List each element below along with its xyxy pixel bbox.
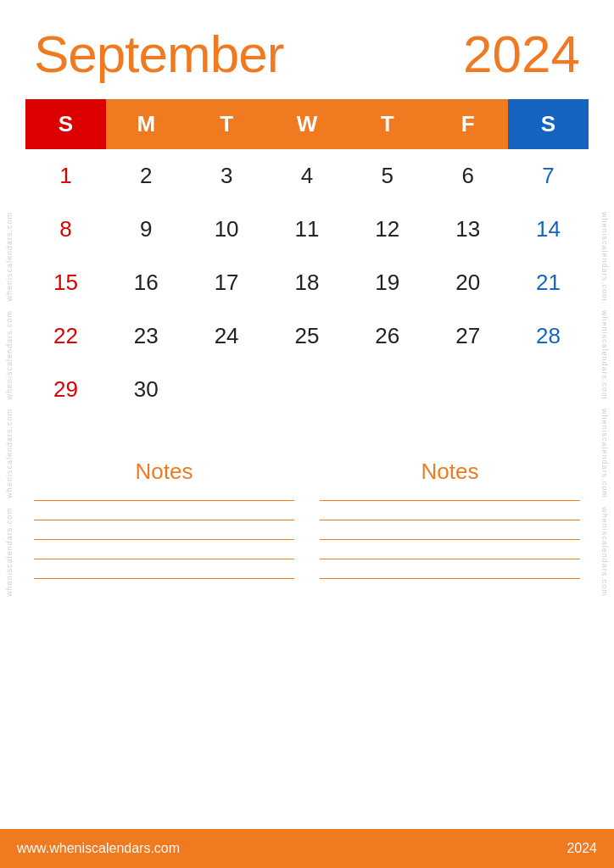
calendar-page: September 2024 wheniscalendars.com wheni… <box>0 0 614 868</box>
date-cell <box>427 363 508 416</box>
date-cell: 4 <box>267 149 348 203</box>
day-headers-row: S M T W T F S <box>25 99 589 149</box>
date-cell: 17 <box>187 256 267 309</box>
date-cell: 24 <box>187 309 267 363</box>
date-cell: 26 <box>347 309 427 363</box>
footer-website: www.wheniscalendars.com <box>17 841 180 856</box>
header: September 2024 <box>0 0 614 99</box>
notes-line-left-2 <box>34 520 294 520</box>
day-header-monday: M <box>106 99 187 149</box>
day-header-wednesday: W <box>267 99 348 149</box>
date-cell: 27 <box>427 309 508 363</box>
notes-line-right-3 <box>320 539 580 540</box>
date-cell: 23 <box>106 309 187 363</box>
date-cell: 1 <box>25 149 106 203</box>
calendar-wrapper: S M T W T F S 12345678910111213141516171… <box>0 99 614 416</box>
date-cell: 13 <box>427 203 508 256</box>
notes-line-left-3 <box>34 539 294 540</box>
date-cell: 18 <box>267 256 348 309</box>
date-cell <box>267 363 348 416</box>
date-cell: 5 <box>347 149 427 203</box>
date-cell: 28 <box>508 309 589 363</box>
date-cell: 16 <box>106 256 187 309</box>
date-cell: 11 <box>267 203 348 256</box>
calendar-table: S M T W T F S 12345678910111213141516171… <box>25 99 589 416</box>
calendar-week-row: 1234567 <box>25 149 589 203</box>
notes-column-right: Notes <box>320 459 580 598</box>
notes-section: Notes Notes <box>0 433 614 615</box>
calendar-week-row: 891011121314 <box>25 203 589 256</box>
watermark-left: wheniscalendars.com wheniscalendars.com … <box>5 212 14 597</box>
notes-line-right-5 <box>320 578 580 579</box>
day-header-saturday: S <box>508 99 589 149</box>
footer: www.wheniscalendars.com 2024 <box>0 829 614 868</box>
notes-line-left-5 <box>34 578 294 579</box>
notes-line-left-4 <box>34 559 294 559</box>
calendar-week-row: 15161718192021 <box>25 256 589 309</box>
date-cell <box>347 363 427 416</box>
date-cell <box>187 363 267 416</box>
date-cell: 6 <box>427 149 508 203</box>
day-header-tuesday: T <box>187 99 267 149</box>
notes-title-left: Notes <box>34 459 294 485</box>
calendar-week-row: 2930 <box>25 363 589 416</box>
date-cell: 7 <box>508 149 589 203</box>
calendar-body: 1234567891011121314151617181920212223242… <box>25 149 589 416</box>
date-cell: 22 <box>25 309 106 363</box>
date-cell: 8 <box>25 203 106 256</box>
notes-line-right-1 <box>320 500 580 501</box>
notes-column-left: Notes <box>34 459 294 598</box>
calendar-week-row: 22232425262728 <box>25 309 589 363</box>
date-cell: 12 <box>347 203 427 256</box>
date-cell <box>508 363 589 416</box>
date-cell: 20 <box>427 256 508 309</box>
day-header-friday: F <box>427 99 508 149</box>
year-title: 2024 <box>463 24 580 84</box>
day-header-thursday: T <box>347 99 427 149</box>
date-cell: 14 <box>508 203 589 256</box>
date-cell: 29 <box>25 363 106 416</box>
day-header-sunday: S <box>25 99 106 149</box>
date-cell: 3 <box>187 149 267 203</box>
watermark-right: wheniscalendars.com wheniscalendars.com … <box>600 212 609 597</box>
footer-year: 2024 <box>567 841 597 856</box>
notes-line-right-2 <box>320 520 580 520</box>
date-cell: 21 <box>508 256 589 309</box>
date-cell: 9 <box>106 203 187 256</box>
date-cell: 25 <box>267 309 348 363</box>
month-title: September <box>34 24 283 84</box>
notes-line-left-1 <box>34 500 294 501</box>
date-cell: 2 <box>106 149 187 203</box>
date-cell: 30 <box>106 363 187 416</box>
date-cell: 10 <box>187 203 267 256</box>
date-cell: 19 <box>347 256 427 309</box>
date-cell: 15 <box>25 256 106 309</box>
notes-line-right-4 <box>320 559 580 559</box>
notes-title-right: Notes <box>320 459 580 485</box>
